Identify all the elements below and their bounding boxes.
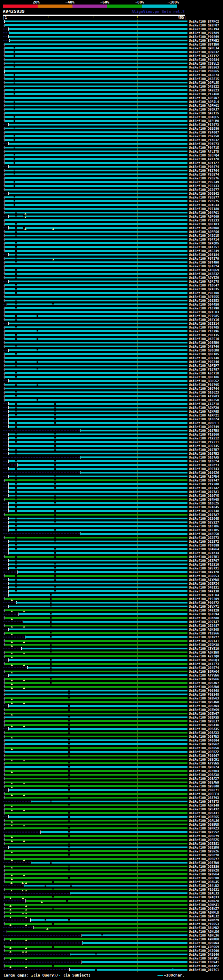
hit-label[interactable]: UniRef100_P19308 — [189, 482, 219, 486]
hit-label[interactable]: UniRef100_Q9ZRS6 — [189, 746, 219, 750]
alignment-bar[interactable] — [5, 732, 188, 733]
alignment-bar[interactable] — [5, 644, 188, 646]
hit-label[interactable]: UniRef100_A6N1N8 — [189, 651, 219, 654]
hit-label[interactable]: UniRef100_P27985 — [189, 314, 219, 318]
alignment-bar[interactable] — [9, 36, 188, 38]
alignment-bar[interactable] — [5, 21, 188, 22]
hit-label[interactable]: UniRef100_Q9FUJ4 — [189, 46, 219, 50]
alignment-bar[interactable] — [70, 969, 188, 970]
hit-label[interactable]: UniRef100_B8LMN2 — [189, 926, 219, 929]
alignment-bar[interactable] — [5, 67, 188, 68]
hit-label[interactable]: UniRef100_Q9FRZ4 — [189, 765, 219, 769]
alignment-bar[interactable] — [5, 854, 188, 856]
hit-label[interactable]: UniRef100_Q9AUJ2 — [189, 915, 219, 918]
alignment-bar[interactable] — [5, 353, 188, 355]
hit-label[interactable]: UniRef100_B6RHQ3 — [189, 659, 219, 662]
alignment-bar[interactable] — [9, 563, 188, 565]
alignment-bar[interactable] — [5, 307, 188, 309]
hit-label[interactable]: UniRef100_Q9S7W0 — [189, 861, 219, 865]
alignment-bar[interactable] — [5, 391, 188, 393]
alignment-bar[interactable] — [5, 850, 188, 852]
alignment-bar[interactable] — [30, 919, 188, 921]
alignment-bar[interactable] — [5, 686, 188, 687]
alignment-bar[interactable] — [5, 625, 188, 627]
hit-label[interactable]: UniRef100_Q08185 — [189, 353, 219, 356]
hit-label[interactable]: UniRef100_Q2V327 — [189, 521, 219, 524]
hit-label[interactable]: UniRef100_P00869 — [189, 35, 219, 38]
hit-label[interactable]: UniRef100_Q8GRJ7 — [189, 108, 219, 111]
hit-label[interactable]: UniRef100_P31333 — [189, 219, 219, 222]
hit-label[interactable]: UniRef100_Q9XGX4 — [189, 204, 219, 207]
alignment-bar[interactable] — [5, 755, 188, 756]
hit-label[interactable]: UniRef100_Q106Y4 — [189, 460, 219, 463]
alignment-bar[interactable] — [5, 827, 188, 829]
hit-label[interactable]: UniRef100_P32764 — [189, 169, 219, 172]
hit-label[interactable]: UniRef100_A6N165 — [189, 628, 219, 631]
hit-label[interactable]: UniRef100_P26576 — [189, 177, 219, 180]
alignment-bar[interactable] — [5, 839, 188, 841]
hit-label[interactable]: UniRef100_Q9AUJ3 — [189, 892, 219, 895]
hit-label[interactable]: UniRef100_Q6RWD8 — [189, 226, 219, 230]
hit-label[interactable]: UniRef100_A9YTZ9 — [189, 276, 219, 280]
alignment-bar[interactable] — [5, 701, 188, 703]
hit-label[interactable]: UniRef100_Q9ZWG4 — [189, 873, 219, 876]
alignment-bar[interactable] — [9, 594, 188, 596]
alignment-bar[interactable] — [5, 896, 188, 898]
hit-label[interactable]: UniRef100_O48550 — [189, 532, 219, 536]
alignment-bar[interactable] — [5, 881, 188, 883]
hit-label[interactable]: UniRef100_Q39749 — [189, 425, 219, 429]
hit-label[interactable]: UniRef100_Q9ZSK0 — [189, 846, 219, 849]
alignment-bar[interactable] — [5, 51, 188, 53]
alignment-bar[interactable] — [5, 694, 188, 695]
alignment-bar[interactable] — [10, 40, 188, 41]
hit-label[interactable]: UniRef100_Q39745 — [189, 444, 219, 448]
hit-label[interactable]: UniRef100_Q9XQB5 — [189, 242, 219, 245]
hit-label[interactable]: UniRef100_B9T055 — [189, 295, 219, 299]
alignment-bar[interactable] — [5, 284, 188, 286]
alignment-bar[interactable] — [5, 805, 188, 806]
alignment-bar[interactable] — [9, 192, 188, 194]
alignment-bar[interactable] — [5, 334, 188, 336]
hit-label[interactable]: UniRef100_Q40004 — [189, 739, 219, 742]
hit-label[interactable]: UniRef100_Q08184 — [189, 253, 219, 256]
alignment-bar[interactable] — [9, 590, 188, 592]
alignment-bar[interactable] — [5, 843, 188, 845]
alignment-bar[interactable] — [5, 185, 188, 187]
hit-label[interactable]: UniRef100_Q43832 — [189, 272, 219, 276]
alignment-bar[interactable] — [5, 678, 188, 680]
hit-label[interactable]: UniRef100_O22573 — [189, 536, 219, 539]
hit-label[interactable]: UniRef100_Q107B7 — [189, 448, 219, 452]
alignment-bar[interactable] — [5, 479, 188, 481]
hit-label[interactable]: UniRef100_Q107C1 — [189, 968, 219, 972]
hit-label[interactable]: UniRef100_P00871 — [189, 788, 219, 792]
hit-label[interactable]: UniRef100_P16031 — [189, 888, 219, 891]
hit-label[interactable]: UniRef100_A9PHQ1 — [189, 104, 219, 107]
alignment-bar[interactable] — [5, 820, 188, 821]
alignment-bar[interactable] — [9, 606, 188, 607]
alignment-bar[interactable] — [5, 632, 188, 634]
alignment-bar[interactable] — [5, 235, 188, 236]
hit-label[interactable]: UniRef100_P00865 — [189, 70, 219, 73]
hit-label[interactable]: UniRef100_Q42823 — [189, 89, 219, 92]
alignment-bar[interactable] — [9, 816, 188, 818]
alignment-bar[interactable] — [5, 372, 188, 374]
alignment-bar[interactable] — [5, 877, 188, 879]
hit-label[interactable]: UniRef100_P08705 — [189, 326, 219, 329]
hit-label[interactable]: UniRef100_A9NM29 — [189, 918, 219, 922]
hit-label[interactable]: UniRef100_O49129 — [189, 609, 219, 612]
hit-label[interactable]: UniRef100_C6SVL2 — [189, 62, 219, 65]
hit-label[interactable]: UniRef100_Q9SAW7 — [189, 681, 219, 685]
hit-label[interactable]: UniRef100_Q9AXP2 — [189, 964, 219, 968]
hit-label[interactable]: UniRef100_A7YVW5 — [189, 762, 219, 765]
hit-label[interactable]: UniRef100_A9XP20 — [189, 406, 219, 409]
hit-label[interactable]: UniRef100_Q107A2 — [189, 486, 219, 490]
hit-label[interactable]: UniRef100_Q39748 — [189, 509, 219, 513]
alignment-bar[interactable] — [5, 640, 188, 642]
alignment-bar[interactable] — [5, 43, 188, 45]
alignment-bar[interactable] — [9, 426, 188, 428]
alignment-bar[interactable] — [5, 869, 188, 871]
alignment-bar[interactable] — [9, 445, 188, 447]
alignment-bar[interactable] — [9, 280, 188, 282]
alignment-bar[interactable] — [9, 506, 188, 508]
alignment-bar[interactable] — [5, 177, 188, 179]
